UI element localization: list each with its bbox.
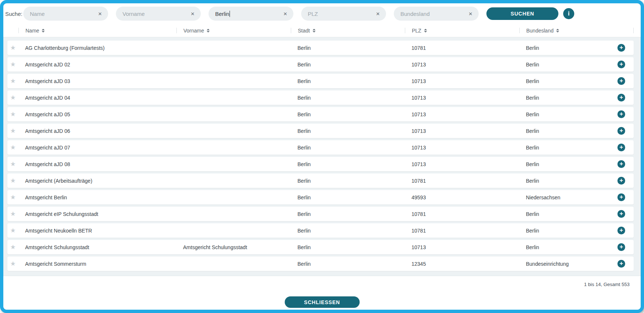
clear-icon[interactable]: ×: [283, 10, 288, 18]
row-stadt: Berlin: [291, 211, 405, 217]
row-name: Amtsgericht aJD 07: [18, 145, 176, 151]
star-icon[interactable]: ★: [10, 111, 16, 117]
plus-icon[interactable]: +: [617, 144, 625, 151]
plus-icon[interactable]: +: [617, 193, 625, 201]
table-row[interactable]: ★ Amtsgericht Schulungsstadt Amtsgericht…: [7, 240, 634, 254]
plus-icon[interactable]: +: [617, 44, 625, 52]
column-header-stadt[interactable]: Stadt: [291, 28, 405, 33]
row-name: Amtsgericht aJD 08: [18, 161, 176, 167]
sort-icon[interactable]: [424, 29, 427, 32]
clear-icon[interactable]: ×: [97, 10, 103, 18]
star-icon[interactable]: ★: [10, 45, 16, 51]
plus-icon[interactable]: +: [617, 77, 625, 85]
info-icon[interactable]: i: [563, 8, 574, 19]
row-stadt: Berlin: [291, 161, 405, 167]
row-name: Amtsgericht aJD 03: [18, 78, 176, 84]
star-icon[interactable]: ★: [10, 94, 16, 101]
plz-search-input[interactable]: PLZ ×: [301, 7, 386, 21]
row-name: Amtsgericht aJD 06: [18, 128, 176, 134]
table-row[interactable]: ★ Amtsgericht eIP Schulungsstadt Berlin …: [7, 207, 634, 221]
search-button[interactable]: SUCHEN: [486, 7, 558, 20]
row-stadt: Berlin: [291, 111, 405, 117]
column-header-vorname[interactable]: Vorname: [176, 28, 291, 33]
row-bundesland: Berlin: [519, 211, 609, 217]
table-row[interactable]: ★ Amtsgericht aJD 04 Berlin 10713 Berlin…: [7, 90, 634, 105]
table-row[interactable]: ★ Amtsgericht aJD 05 Berlin 10713 Berlin…: [7, 107, 634, 121]
row-name: Amtsgericht eIP Schulungsstadt: [18, 211, 176, 217]
row-plz: 10713: [405, 128, 519, 134]
table-row[interactable]: ★ Amtsgericht aJD 08 Berlin 10713 Berlin…: [7, 157, 634, 171]
plus-icon[interactable]: +: [617, 94, 625, 102]
clear-icon[interactable]: ×: [375, 10, 380, 18]
table-row[interactable]: ★ Amtsgericht aJD 07 Berlin 10713 Berlin…: [7, 140, 634, 155]
row-plz: 10713: [405, 95, 519, 101]
sort-icon[interactable]: [313, 29, 316, 32]
plus-icon[interactable]: +: [617, 61, 625, 68]
row-plz: 10713: [405, 145, 519, 151]
plus-icon[interactable]: +: [617, 177, 625, 185]
row-bundesland: Berlin: [519, 228, 609, 234]
table-row[interactable]: ★ AG Charlottenburg (Formulartests) Berl…: [7, 41, 634, 55]
plus-icon[interactable]: +: [617, 210, 625, 218]
star-icon[interactable]: ★: [10, 194, 16, 200]
input-placeholder: Vorname: [123, 11, 190, 17]
row-plz: 10781: [405, 211, 519, 217]
row-bundesland: Niedersachsen: [519, 195, 609, 200]
table-row[interactable]: ★ Amtsgericht aJD 02 Berlin 10713 Berlin…: [7, 57, 634, 72]
row-plz: 10713: [405, 62, 519, 68]
sort-icon[interactable]: [207, 29, 210, 32]
row-stadt: Berlin: [291, 95, 405, 101]
close-button[interactable]: SCHLIESSEN: [285, 296, 359, 308]
star-icon[interactable]: ★: [10, 128, 16, 134]
star-icon[interactable]: ★: [10, 61, 16, 68]
clear-icon[interactable]: ×: [190, 10, 195, 18]
stadt-search-input[interactable]: Berlin ×: [209, 7, 293, 21]
row-plz: 10713: [405, 78, 519, 84]
star-icon[interactable]: ★: [10, 227, 16, 234]
row-bundesland: Berlin: [519, 145, 609, 151]
row-stadt: Berlin: [291, 78, 405, 84]
search-bar: Suche: Name × Vorname × Berlin × PLZ × B…: [3, 3, 641, 24]
row-bundesland: Berlin: [519, 78, 609, 84]
row-plz: 10781: [405, 45, 519, 51]
star-icon[interactable]: ★: [10, 244, 16, 250]
star-icon[interactable]: ★: [10, 144, 16, 151]
table-row[interactable]: ★ Amtsgericht aJD 03 Berlin 10713 Berlin…: [7, 74, 634, 88]
star-icon[interactable]: ★: [10, 178, 16, 184]
text-cursor: [230, 11, 230, 17]
clear-icon[interactable]: ×: [468, 10, 473, 18]
column-header-name[interactable]: Name: [18, 28, 176, 33]
row-name: Amtsgericht Neukoelln BETR: [18, 228, 176, 234]
plus-icon[interactable]: +: [617, 260, 625, 268]
vorname-search-input[interactable]: Vorname ×: [116, 7, 201, 21]
row-stadt: Berlin: [291, 145, 405, 151]
sort-icon[interactable]: [556, 29, 559, 32]
table-row[interactable]: ★ Amtsgericht aJD 06 Berlin 10713 Berlin…: [7, 124, 634, 138]
star-icon[interactable]: ★: [10, 161, 16, 167]
bundesland-search-input[interactable]: Bundesland ×: [394, 7, 479, 21]
star-icon[interactable]: ★: [10, 78, 16, 84]
table-row[interactable]: ★ Amtsgericht Neukoelln BETR Berlin 1078…: [7, 223, 634, 238]
table-header: Name Vorname Stadt PLZ Bundesland: [3, 24, 641, 37]
row-stadt: Berlin: [291, 62, 405, 68]
search-label: Suche:: [5, 11, 23, 17]
row-bundesland: Berlin: [519, 45, 609, 51]
plus-icon[interactable]: +: [617, 127, 625, 135]
plus-icon[interactable]: +: [617, 160, 625, 168]
row-name: Amtsgericht Schulungsstadt: [18, 244, 176, 250]
pagination-status: 1 bis 14, Gesamt 553: [3, 276, 641, 287]
plus-icon[interactable]: +: [617, 243, 625, 251]
star-icon[interactable]: ★: [10, 211, 16, 217]
plus-icon[interactable]: +: [617, 110, 625, 118]
column-header-bundesland[interactable]: Bundesland: [519, 28, 609, 33]
table-row[interactable]: ★ Amtsgericht Berlin Berlin 49593 Nieder…: [7, 190, 634, 204]
sort-icon[interactable]: [42, 29, 45, 32]
table-row[interactable]: ★ Amtsgericht Sommersturm Berlin 12345 B…: [7, 257, 634, 271]
star-icon[interactable]: ★: [10, 261, 16, 267]
name-search-input[interactable]: Name ×: [23, 7, 108, 21]
plus-icon[interactable]: +: [617, 227, 625, 234]
table-row[interactable]: ★ Amtsgericht (Arbeitsaufträge) Berlin 1…: [7, 173, 634, 188]
input-placeholder: PLZ: [308, 11, 375, 17]
column-header-plz[interactable]: PLZ: [405, 28, 519, 33]
row-bundesland: Berlin: [519, 161, 609, 167]
